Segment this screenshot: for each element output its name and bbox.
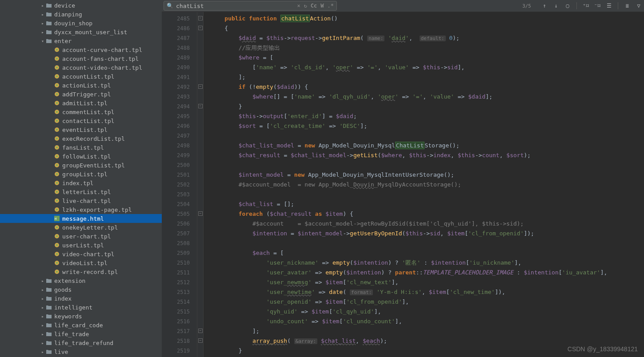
code-line[interactable]: $chat_list_model = new App_Model_Douyin_…	[211, 141, 638, 151]
chevron-icon[interactable]	[40, 349, 45, 354]
chevron-icon[interactable]	[40, 278, 45, 283]
code-line[interactable]: foreach ($chat_result as $item) {	[211, 209, 638, 219]
code-line[interactable]: $intent_model = new App_Model_Douyin_Mys…	[211, 170, 638, 180]
sort-icon[interactable]: ≣	[624, 2, 631, 9]
code-line[interactable]: public function chatListAction()	[211, 14, 638, 24]
chevron-icon[interactable]	[40, 21, 45, 26]
code-line[interactable]: {	[211, 24, 638, 33]
scrollbar[interactable]	[638, 12, 644, 357]
code-line[interactable]: 'user_newtime' => date( format: 'Y-m-d H…	[211, 287, 638, 297]
code-line[interactable]: #$account = $account_model->getRowByIdSi…	[211, 219, 638, 229]
clear-icon[interactable]: ×	[297, 3, 300, 9]
tree-file[interactable]: contactList.tpl	[0, 116, 162, 125]
prev-match-icon[interactable]: ↑	[541, 2, 548, 9]
code-line[interactable]	[211, 160, 638, 170]
tree-file[interactable]: account-curve-chart.tpl	[0, 45, 162, 54]
tree-folder[interactable]: extension	[0, 276, 162, 285]
tree-file[interactable]: index.tpl	[0, 178, 162, 187]
fold-marker[interactable]: −	[198, 26, 203, 30]
tree-file[interactable]: user-chart.tpl	[0, 232, 162, 241]
chevron-icon[interactable]	[40, 332, 45, 337]
code-line[interactable]: $chat_list = [];	[211, 199, 638, 209]
next-match-icon[interactable]: ↓	[552, 2, 560, 9]
code-line[interactable]: $intention = $intent_model->getUserByOpe…	[211, 229, 638, 238]
chevron-icon[interactable]	[40, 314, 45, 319]
tree-folder[interactable]: device	[0, 1, 162, 10]
search-input[interactable]	[176, 3, 294, 9]
tree-file[interactable]: accountList.tpl	[0, 72, 162, 81]
fold-strip[interactable]: −−−−−−−	[197, 12, 204, 357]
tree-file[interactable]: actionList.tpl	[0, 81, 162, 90]
code-line[interactable]: 'user_openid' => $item['cl_from_openid']…	[211, 297, 638, 307]
tree-folder[interactable]: life_trade	[0, 329, 162, 338]
code-line[interactable]: $where = [	[211, 53, 638, 63]
add-selection-icon[interactable]: ⁺⌑	[582, 2, 589, 9]
match-case-button[interactable]: Cc	[311, 3, 317, 9]
tree-file[interactable]: write-record.tpl	[0, 267, 162, 276]
chevron-icon[interactable]	[40, 296, 45, 301]
chevron-icon[interactable]	[40, 323, 45, 328]
chevron-icon[interactable]	[40, 39, 45, 44]
filter-icon[interactable]: ▽	[635, 2, 642, 9]
code-line[interactable]: $chat_result = $chat_list_model->getList…	[211, 151, 638, 160]
chevron-icon[interactable]	[40, 341, 45, 345]
history-icon[interactable]: ↻	[304, 3, 307, 9]
tree-file[interactable]: onekeyLetter.tpl	[0, 223, 162, 232]
tree-folder[interactable]: index	[0, 294, 162, 303]
select-all-icon[interactable]: ▢	[564, 2, 571, 9]
regex-button[interactable]: .*	[328, 3, 334, 9]
code-line[interactable]: 'undo_count' => $item['cl_undo_count'],	[211, 317, 638, 326]
code-line[interactable]	[211, 190, 638, 199]
tree-folder[interactable]: life_card_code	[0, 321, 162, 329]
remove-selection-icon[interactable]: ⁻⌑	[594, 2, 601, 9]
tree-folder[interactable]: dyxcx_mount_user_list	[0, 28, 162, 36]
chevron-icon[interactable]	[40, 30, 45, 35]
chevron-icon[interactable]	[40, 12, 45, 17]
filter-search-icon[interactable]: ☰	[605, 2, 612, 9]
tree-file[interactable]: userList.tpl	[0, 241, 162, 250]
code-line[interactable]: ['name' => 'cl_ds_id', 'oper' => '=', 'v…	[211, 63, 638, 72]
tree-file[interactable]: account-video-chart.tpl	[0, 63, 162, 72]
tree-file[interactable]: commentList.tpl	[0, 107, 162, 116]
code-line[interactable]: $sort = ['cl_create_time' => 'DESC'];	[211, 121, 638, 131]
tree-folder[interactable]: life_trade_refund	[0, 338, 162, 347]
code-line[interactable]: 'user_nickname' => empty($intention) ? '…	[211, 258, 638, 268]
whole-word-button[interactable]: W	[320, 3, 324, 9]
code-line[interactable]: }	[211, 102, 638, 111]
fold-marker[interactable]: −	[198, 104, 203, 108]
code-line[interactable]	[211, 131, 638, 141]
tree-folder[interactable]: intelligent	[0, 303, 162, 312]
code-line[interactable]: ];	[211, 326, 638, 336]
tree-file[interactable]: fansList.tpl	[0, 143, 162, 152]
code-line[interactable]: $daid = $this->request->getIntParam( nam…	[211, 33, 638, 43]
code-line[interactable]: }	[211, 346, 638, 356]
tree-folder[interactable]: live	[0, 347, 162, 356]
tree-file[interactable]: groupList.tpl	[0, 170, 162, 178]
code-line[interactable]: #$account_model = new App_Model_Douyin_M…	[211, 180, 638, 190]
tree-file[interactable]: eventList.tpl	[0, 125, 162, 134]
tree-file[interactable]: account-fans-chart.tpl	[0, 54, 162, 63]
tree-file[interactable]: followList.tpl	[0, 152, 162, 161]
code-line[interactable]: 'qyh_uid' => $item['cl_qyh_uid'],	[211, 307, 638, 317]
tree-folder[interactable]: keywords	[0, 312, 162, 321]
code-line[interactable]	[211, 238, 638, 248]
tree-folder[interactable]: douyin_shop	[0, 19, 162, 28]
tree-folder[interactable]: dianping	[0, 10, 162, 19]
chevron-icon[interactable]	[40, 3, 45, 8]
tree-file[interactable]: groupEventList.tpl	[0, 161, 162, 170]
code-line[interactable]: 'user_newmsg' => $item['cl_new_text'],	[211, 278, 638, 287]
fold-marker[interactable]: −	[198, 211, 203, 216]
code-line[interactable]: //应用类型输出	[211, 43, 638, 53]
fold-marker[interactable]: −	[198, 16, 203, 20]
code-line[interactable]: array_push( &array: $chat_list, $each);	[211, 336, 638, 346]
tree-file[interactable]: letterList.tpl	[0, 187, 162, 196]
tree-file[interactable]: lzkh-export-page.tpl	[0, 205, 162, 214]
tree-folder[interactable]: enter	[0, 36, 162, 45]
tree-file[interactable]: video-chart.tpl	[0, 250, 162, 258]
chevron-icon[interactable]	[40, 287, 45, 292]
search-box[interactable]: 🔍 × ↻ Cc W .*	[164, 1, 337, 11]
code-line[interactable]: 'user_avatar' => empty($intention) ? par…	[211, 268, 638, 278]
fold-marker[interactable]: −	[198, 329, 203, 333]
tree-file[interactable]: admitList.tpl	[0, 99, 162, 107]
code-line[interactable]: $each = [	[211, 248, 638, 258]
